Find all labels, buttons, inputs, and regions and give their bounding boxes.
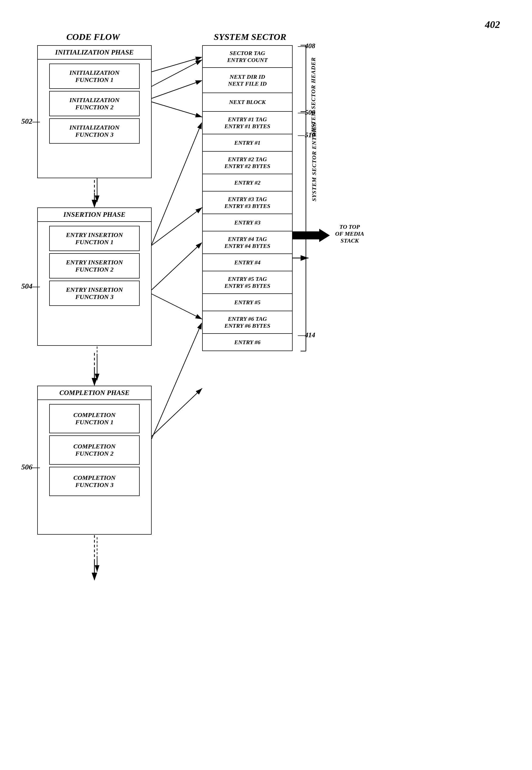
- sector-tag-entry-count-cell: SECTOR TAGENTRY COUNT: [202, 45, 293, 68]
- system-sector-entries-label: SYSTEM SECTOR ENTRIES: [311, 122, 318, 201]
- complete-func-2-box: COMPLETIONFUNCTION 2: [49, 435, 140, 465]
- svg-line-12: [149, 293, 202, 319]
- complete-phase-label: COMPLETION PHASE: [38, 386, 151, 400]
- svg-line-13: [149, 388, 202, 439]
- insert-func-1-label: ENTRY INSERTIONFUNCTION 1: [66, 231, 123, 246]
- entry6-cell: ENTRY #6: [202, 334, 293, 351]
- entry2-tag-bytes-text: ENTRY #2 TAGENTRY #2 BYTES: [225, 156, 270, 170]
- next-block-cell: NEXT BLOCK: [202, 93, 293, 112]
- entry3-tag-bytes-cell: ENTRY #3 TAGENTRY #3 BYTES: [202, 192, 293, 214]
- insert-func-2-box: ENTRY INSERTIONFUNCTION 2: [49, 253, 140, 278]
- to-top-label: TO TOPOF MEDIASTACK: [335, 223, 364, 244]
- sector-tag-entry-count-text: SECTOR TAGENTRY COUNT: [227, 50, 268, 64]
- init-func-2-box: INITIALIZATIONFUNCTION 2: [49, 91, 140, 116]
- ref-502: 502—: [21, 117, 40, 126]
- entry5-cell: ENTRY #5: [202, 294, 293, 311]
- header-bracket-svg: [295, 45, 322, 112]
- next-block-text: NEXT BLOCK: [229, 99, 266, 106]
- insert-func-3-box: ENTRY INSERTIONFUNCTION 3: [49, 281, 140, 306]
- entry5-tag-bytes-text: ENTRY #5 TAGENTRY #5 BYTES: [225, 276, 270, 289]
- insert-func-1-box: ENTRY INSERTIONFUNCTION 1: [49, 226, 140, 251]
- init-func-3-box: INITIALIZATIONFUNCTION 3: [49, 118, 140, 144]
- entry2-tag-bytes-cell: ENTRY #2 TAGENTRY #2 BYTES: [202, 152, 293, 174]
- next-dir-file-id-text: NEXT DIR IDNEXT FILE ID: [228, 73, 267, 87]
- next-dir-file-id-cell: NEXT DIR IDNEXT FILE ID: [202, 68, 293, 93]
- entry4-tag-bytes-text: ENTRY #4 TAGENTRY #4 BYTES: [225, 236, 270, 249]
- svg-line-10: [149, 101, 202, 117]
- entry2-cell: ENTRY #2: [202, 174, 293, 192]
- entry5-text: ENTRY #5: [234, 299, 260, 306]
- ref-402: 402: [485, 19, 500, 30]
- complete-func-3-box: COMPLETIONFUNCTION 3: [49, 467, 140, 496]
- entry3-tag-bytes-text: ENTRY #3 TAGENTRY #3 BYTES: [225, 196, 270, 210]
- svg-line-29: [152, 57, 202, 72]
- init-phase-box: INITIALIZATION PHASE INITIALIZATIONFUNCT…: [37, 45, 152, 178]
- init-func-1-label: INITIALIZATIONFUNCTION 1: [69, 69, 119, 84]
- col-header-system-sector: SYSTEM SECTOR: [202, 32, 298, 42]
- entry2-text: ENTRY #2: [234, 179, 260, 186]
- svg-line-31: [152, 123, 202, 245]
- entry1-text: ENTRY #1: [234, 139, 260, 146]
- entry4-tag-bytes-cell: ENTRY #4 TAGENTRY #4 BYTES: [202, 231, 293, 254]
- init-func-1-box: INITIALIZATIONFUNCTION 1: [49, 64, 140, 89]
- insert-func-3-label: ENTRY INSERTIONFUNCTION 3: [66, 286, 123, 301]
- insert-phase-label: INSERTION PHASE: [38, 208, 151, 222]
- svg-line-30: [152, 81, 202, 98]
- entry6-tag-bytes-cell: ENTRY #6 TAGENTRY #6 BYTES: [202, 311, 293, 334]
- entry1-tag-bytes-cell: ENTRY #1 TAGENTRY #1 BYTES: [202, 112, 293, 134]
- svg-line-33: [152, 323, 202, 439]
- entry6-tag-bytes-text: ENTRY #6 TAGENTRY #6 BYTES: [225, 315, 270, 329]
- complete-func-1-label: COMPLETIONFUNCTION 1: [73, 411, 116, 426]
- ref-506: 506—: [21, 463, 40, 471]
- entry3-text: ENTRY #3: [234, 219, 260, 226]
- entry4-cell: ENTRY #4: [202, 254, 293, 271]
- entry6-text: ENTRY #6: [234, 339, 260, 346]
- svg-line-32: [152, 243, 202, 290]
- entry1-cell: ENTRY #1: [202, 134, 293, 152]
- entry1-tag-bytes-text: ENTRY #1 TAGENTRY #1 BYTES: [225, 116, 270, 130]
- ref-504: 504—: [21, 282, 40, 290]
- svg-line-11: [149, 207, 202, 247]
- complete-func-2-label: COMPLETIONFUNCTION 2: [73, 443, 116, 457]
- init-func-2-label: INITIALIZATIONFUNCTION 2: [69, 97, 119, 111]
- entry5-tag-bytes-cell: ENTRY #5 TAGENTRY #5 BYTES: [202, 271, 293, 294]
- complete-func-1-box: COMPLETIONFUNCTION 1: [49, 404, 140, 433]
- ref-414: —414: [298, 331, 315, 339]
- insert-phase-box: INSERTION PHASE ENTRY INSERTIONFUNCTION …: [37, 207, 152, 346]
- entry3-cell: ENTRY #3: [202, 214, 293, 231]
- svg-marker-21: [293, 229, 330, 242]
- svg-line-9: [149, 60, 202, 88]
- complete-func-3-label: COMPLETIONFUNCTION 3: [73, 474, 116, 489]
- init-phase-label: INITIALIZATION PHASE: [38, 46, 151, 60]
- entry4-text: ENTRY #4: [234, 259, 260, 266]
- complete-phase-box: COMPLETION PHASE COMPLETIONFUNCTION 1 CO…: [37, 386, 152, 535]
- init-func-3-label: INITIALIZATIONFUNCTION 3: [69, 124, 119, 138]
- insert-func-2-label: ENTRY INSERTIONFUNCTION 2: [66, 259, 123, 273]
- col-header-code-flow: CODE FLOW: [37, 32, 149, 42]
